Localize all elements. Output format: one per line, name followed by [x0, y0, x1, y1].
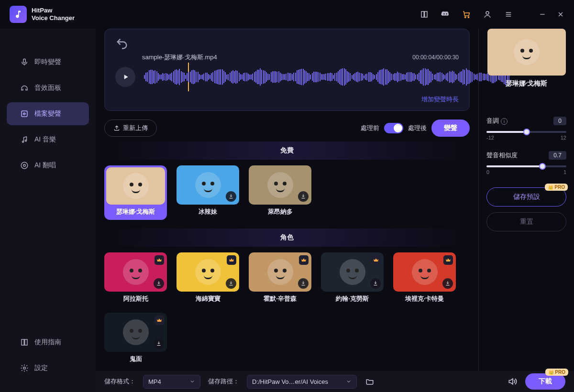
- open-folder-button[interactable]: [364, 376, 375, 387]
- download-icon[interactable]: [298, 191, 309, 202]
- cart-icon[interactable]: [462, 10, 471, 19]
- voice-card[interactable]: 鬼面: [104, 313, 167, 363]
- voice-card[interactable]: 阿拉斯托: [104, 252, 167, 303]
- svg-point-8: [23, 164, 26, 167]
- nav-file-voice[interactable]: 檔案變聲: [7, 102, 89, 125]
- play-button[interactable]: [115, 67, 135, 87]
- undo-button[interactable]: [115, 37, 129, 50]
- player-card: sample-瑟琳娜·戈梅斯.mp4 00:00:04/00:00:30 增加變…: [104, 29, 470, 111]
- voice-card[interactable]: 海綿寶寶: [177, 252, 239, 303]
- nav-ai-music[interactable]: AI 音樂: [7, 128, 89, 151]
- menu-icon[interactable]: [504, 10, 513, 19]
- voice-card[interactable]: 霍默·辛普森: [249, 252, 311, 303]
- svg-point-1: [468, 17, 469, 18]
- download-icon[interactable]: [226, 191, 236, 202]
- svg-point-6: [25, 140, 27, 142]
- voice-card[interactable]: 萊昂納多: [249, 165, 311, 220]
- download-icon[interactable]: [154, 338, 164, 349]
- path-label: 儲存路徑：: [208, 377, 239, 386]
- reset-button[interactable]: 重置: [486, 212, 566, 231]
- grid-free: 瑟琳娜·戈梅斯冰辣妹萊昂納多: [104, 165, 470, 220]
- voice-card[interactable]: 埃裡克·卡特曼: [393, 252, 456, 303]
- crown-icon: [227, 255, 236, 265]
- titlebar: HitPaw Voice Changer: [0, 0, 574, 29]
- after-label: 處理後: [408, 124, 427, 132]
- sidebar: 即時變聲 音效面板 檔案變聲 AI 音樂 AI 翻唱 使用指南 設定: [0, 29, 96, 392]
- voice-name: 霍默·辛普森: [264, 294, 297, 303]
- pitch-value: 0: [553, 117, 566, 125]
- section-role: 角色: [104, 229, 470, 247]
- preview-name: 瑟琳娜·戈梅斯: [486, 79, 566, 88]
- nav-ai-cover[interactable]: AI 翻唱: [7, 154, 89, 177]
- crown-icon: [443, 255, 453, 265]
- svg-point-5: [22, 141, 24, 142]
- speaker-button[interactable]: [507, 376, 518, 387]
- svg-point-0: [465, 17, 466, 18]
- voice-name: 冰辣妹: [199, 207, 217, 216]
- section-free: 免費: [104, 142, 470, 160]
- main-content: sample-瑟琳娜·戈梅斯.mp4 00:00:04/00:00:30 增加變…: [96, 29, 478, 371]
- download-icon[interactable]: [370, 278, 381, 289]
- voice-name: 約翰·克勞斯: [336, 294, 369, 303]
- format-select[interactable]: MP4: [143, 375, 200, 389]
- crown-icon: [299, 255, 309, 265]
- convert-button[interactable]: 變聲: [431, 120, 470, 137]
- download-button[interactable]: 下載 👑PRO: [525, 373, 565, 390]
- app-title: HitPaw Voice Changer: [32, 7, 75, 22]
- crown-icon: [155, 255, 164, 265]
- voice-name: 海綿寶寶: [196, 294, 221, 303]
- minimize-button[interactable]: [539, 11, 546, 18]
- before-label: 處理前: [361, 124, 379, 132]
- voice-name: 阿拉斯托: [123, 294, 148, 303]
- guide-icon[interactable]: [420, 10, 429, 19]
- nav-settings[interactable]: 設定: [7, 357, 89, 380]
- similarity-slider: 聲音相似度 0.7 01: [486, 151, 566, 175]
- logo-icon: [10, 6, 27, 23]
- before-after-toggle[interactable]: [384, 123, 403, 133]
- grid-role: 阿拉斯托海綿寶寶霍默·辛普森約翰·克勞斯埃裡克·卡特曼鬼面: [104, 252, 470, 363]
- pro-badge: 👑PRO: [545, 184, 568, 191]
- time-display: 00:00:04/00:00:30: [412, 54, 459, 61]
- info-icon[interactable]: i: [501, 118, 508, 125]
- voice-name: 瑟琳娜·戈梅斯: [116, 207, 155, 216]
- nav-guide[interactable]: 使用指南: [7, 331, 89, 354]
- download-icon[interactable]: [442, 278, 453, 289]
- crown-icon: [155, 316, 164, 325]
- bottom-bar: 儲存格式： MP4 儲存路徑： D:/HitPaw Vo…er/AI Voice…: [96, 371, 574, 392]
- svg-rect-3: [23, 59, 26, 63]
- save-preset-button[interactable]: 儲存預設 👑PRO: [486, 187, 566, 207]
- voice-card[interactable]: 瑟琳娜·戈梅斯: [104, 165, 167, 220]
- nav-soundboard[interactable]: 音效面板: [7, 76, 89, 99]
- nav-realtime[interactable]: 即時變聲: [7, 51, 89, 74]
- pro-badge: 👑PRO: [545, 369, 568, 376]
- similarity-value: 0.7: [549, 151, 566, 160]
- pitch-track[interactable]: [486, 131, 566, 133]
- close-button[interactable]: [557, 11, 564, 18]
- user-icon[interactable]: [483, 10, 492, 19]
- format-label: 儲存格式：: [104, 377, 135, 386]
- waveform[interactable]: [144, 64, 509, 90]
- reupload-button[interactable]: 重新上傳: [104, 120, 157, 137]
- discord-icon[interactable]: [441, 10, 450, 19]
- crown-icon: [371, 255, 381, 265]
- voice-card[interactable]: 冰辣妹: [177, 165, 239, 220]
- preview-thumb: [487, 29, 566, 76]
- download-icon[interactable]: [154, 278, 164, 289]
- voice-name: 萊昂納多: [268, 207, 293, 216]
- file-name: sample-瑟琳娜·戈梅斯.mp4: [142, 53, 217, 62]
- svg-point-2: [486, 11, 489, 14]
- download-icon[interactable]: [298, 278, 309, 289]
- svg-point-7: [21, 162, 28, 169]
- voice-name: 埃裡克·卡特曼: [405, 294, 444, 303]
- add-time-link[interactable]: 增加變聲時長: [115, 95, 459, 104]
- voice-card[interactable]: 約翰·克勞斯: [321, 252, 384, 303]
- app-logo: HitPaw Voice Changer: [10, 6, 75, 23]
- similarity-track[interactable]: [486, 165, 566, 167]
- right-panel: 瑟琳娜·戈梅斯 音調i 0 -1212 聲音相似度 0.7 01 儲存預設 👑P…: [478, 29, 574, 371]
- download-icon[interactable]: [226, 278, 236, 289]
- svg-point-9: [23, 367, 26, 370]
- pitch-slider: 音調i 0 -1212: [486, 117, 566, 141]
- voice-name: 鬼面: [130, 355, 142, 363]
- path-select[interactable]: D:/HitPaw Vo…er/AI Voices: [247, 375, 357, 389]
